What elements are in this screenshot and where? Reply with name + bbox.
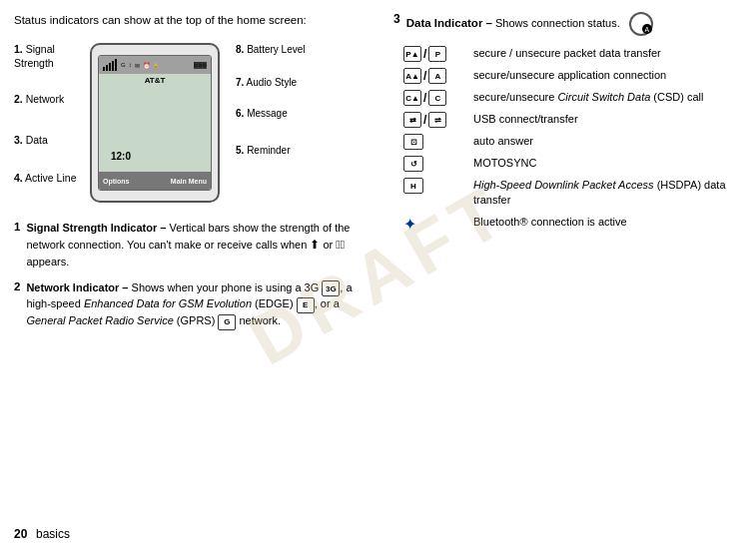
lock-icon: 🔒: [153, 62, 159, 68]
data-desc-1: secure/unsecure application connection: [473, 68, 743, 83]
envelope-icon: ✉: [135, 62, 140, 69]
auto-answer-icon: ⊡: [403, 134, 423, 150]
carrier-text: AT&T: [99, 76, 211, 85]
intro-paragraph: Status indicators can show at the top of…: [14, 14, 307, 26]
data-indicators-table: P▲ / P secure / unsecure packet data tra…: [403, 46, 743, 234]
data-desc-0: secure / unsecure packet data transfer: [473, 46, 743, 61]
3g-icon: 3G: [322, 280, 340, 296]
network-icon: G: [121, 62, 126, 68]
unsecure-packet-icon: P: [428, 46, 446, 62]
unsecure-app-icon: A: [428, 68, 446, 84]
label-message: 6. Message: [236, 107, 306, 120]
data-desc-2: secure/unsecure Circuit Switch Data (CSD…: [473, 90, 743, 105]
phone-time: 12:0: [111, 151, 131, 162]
no-signal-icon: ⬆: [310, 238, 320, 252]
section-2: 2 Network Indicator – Shows when your ph…: [14, 280, 374, 330]
battery-icon: ▓▓▓: [194, 62, 207, 68]
label-data: 3. Data: [14, 134, 82, 160]
label-reminder: 5. Reminder: [236, 144, 306, 157]
data-icon-1: A▲ / A: [403, 68, 463, 84]
data-desc-7: Bluetooth® connection is active: [473, 215, 743, 230]
left-labels: 1. Signal Strength 2. Network 3. Data 4.…: [14, 43, 82, 203]
hsdpa-icon: H: [403, 178, 423, 194]
phone-diagram: G ↕ ✉ ⏰ 🔒 ▓▓▓ AT&T 12:0: [90, 43, 220, 203]
section-3: 3 Data Indicator – Shows connection stat…: [393, 12, 743, 36]
label-battery-level: 8. Battery Level: [236, 43, 306, 56]
unsecure-csd-icon: C: [428, 90, 446, 106]
section-3-body: Shows connection status.: [495, 17, 620, 29]
label-network: 2. Network: [14, 93, 82, 119]
data-icon-6: H: [403, 178, 463, 194]
section-2-title: Network Indicator –: [26, 281, 128, 293]
right-column: 3 Data Indicator – Shows connection stat…: [393, 12, 743, 537]
usb-transfer-icon: ⇌: [428, 112, 446, 128]
phone-status-bar: G ↕ ✉ ⏰ 🔒 ▓▓▓: [99, 56, 211, 74]
page-number: 20: [14, 527, 27, 541]
motosync-icon: ↺: [403, 156, 423, 172]
left-column: Status indicators can show at the top of…: [14, 12, 374, 537]
crossed-signal-icon: ⬆⃠: [336, 238, 345, 252]
secure-app-icon: A▲: [403, 68, 421, 84]
data-desc-6: High-Speed Downlink Packet Access (HSDPA…: [473, 178, 743, 209]
data-icon-3: ⇄ / ⇌: [403, 112, 463, 128]
section-1-title: Signal Strength Indicator –: [26, 222, 166, 234]
usb-connect-icon: ⇄: [403, 112, 421, 128]
data-row-6: H High-Speed Downlink Packet Access (HSD…: [403, 178, 743, 209]
page-container: Status indicators can show at the top of…: [0, 0, 756, 549]
label-signal-strength: 1. Signal Strength: [14, 43, 82, 82]
main-menu-btn: Main Menu: [171, 178, 207, 185]
data-icon-5: ↺: [403, 156, 463, 172]
data-row-3: ⇄ / ⇌ USB connect/transfer: [403, 112, 743, 128]
phone-mockup: G ↕ ✉ ⏰ 🔒 ▓▓▓ AT&T 12:0: [90, 43, 220, 203]
section-3-content: Data Indicator – Shows connection status…: [406, 12, 653, 36]
data-row-1: A▲ / A secure/unsecure application conne…: [403, 68, 743, 84]
label-audio-style: 7. Audio Style: [236, 76, 306, 89]
phone-menu-bar: Options Main Menu: [99, 172, 211, 190]
data-icon-4: ⊡: [403, 134, 463, 150]
data-indicator-icon: A: [629, 12, 653, 36]
secure-packet-icon: P▲: [403, 46, 421, 62]
options-btn: Options: [103, 178, 129, 185]
data-icon: ↕: [129, 62, 132, 68]
edge-icon: E: [297, 297, 315, 313]
alarm-icon: ⏰: [143, 62, 150, 69]
data-row-4: ⊡ auto answer: [403, 134, 743, 150]
intro-text: Status indicators can show at the top of…: [14, 12, 374, 29]
gprs-icon: G: [218, 314, 236, 330]
right-labels: 8. Battery Level 7. Audio Style 6. Messa…: [228, 43, 306, 203]
data-icon-0: P▲ / P: [403, 46, 463, 62]
data-desc-3: USB connect/transfer: [473, 112, 743, 127]
signal-bars: [103, 59, 117, 71]
data-icon-2: C▲ / C: [403, 90, 463, 106]
phone-screen: G ↕ ✉ ⏰ 🔒 ▓▓▓ AT&T 12:0: [98, 55, 212, 191]
label-active-line: 4. Active Line: [14, 172, 82, 198]
secure-csd-icon: C▲: [403, 90, 421, 106]
data-row-2: C▲ / C secure/unsecure Circuit Switch Da…: [403, 90, 743, 106]
diagram-area: 1. Signal Strength 2. Network 3. Data 4.…: [14, 43, 374, 203]
bluetooth-icon: ✦: [403, 215, 416, 234]
section-1: 1 Signal Strength Indicator – Vertical b…: [14, 221, 374, 270]
section-2-text: Network Indicator – Shows when your phon…: [26, 280, 374, 330]
data-desc-4: auto answer: [473, 134, 743, 149]
data-desc-5: MOTOSYNC: [473, 156, 743, 171]
data-icon-7: ✦: [403, 215, 463, 234]
data-row-5: ↺ MOTOSYNC: [403, 156, 743, 172]
data-row-7: ✦ Bluetooth® connection is active: [403, 215, 743, 234]
status-icons-left: G ↕ ✉ ⏰ 🔒: [103, 59, 159, 71]
section-1-text: Signal Strength Indicator – Vertical bar…: [26, 221, 374, 270]
status-icons-right: ▓▓▓: [194, 62, 207, 68]
section-label: basics: [36, 527, 70, 541]
a-badge: A: [642, 24, 652, 34]
data-row-0: P▲ / P secure / unsecure packet data tra…: [403, 46, 743, 62]
